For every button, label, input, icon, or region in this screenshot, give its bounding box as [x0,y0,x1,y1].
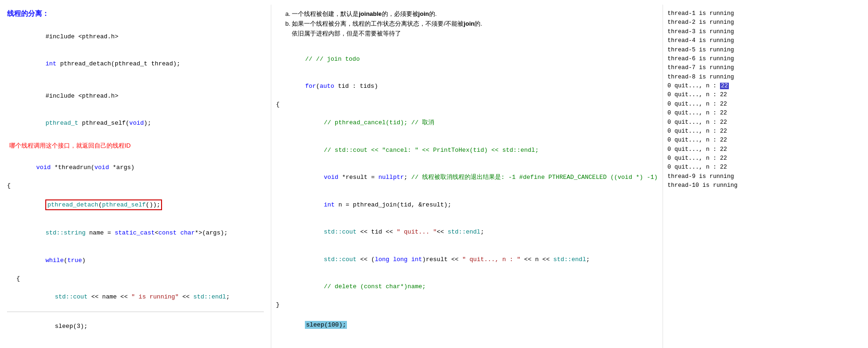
brace-open: { [7,181,264,191]
include1-line: #include <pthread.h> [7,23,264,50]
sleep100-line: sleep(100); [276,312,658,339]
string-line: std::string name = static_cast<const cha… [7,220,264,247]
term-line-7: thread-7 is running [668,64,789,72]
term-line-6: thread-6 is running [668,55,789,64]
term-line-13: 0 quit..., n : 22 [668,118,789,127]
term-line-9: 0 quit..., n : 22 [668,82,789,91]
middle-panel: a. 一个线程被创建，默认是joinable的，必须要被join的. b. 如果… [271,5,663,348]
right-panel: thread-1 is running thread-2 is running … [663,5,793,348]
comment-join: // // join todo [276,45,658,73]
cout-n-line: std::cout << (long long int)result << " … [276,246,658,273]
term-line-10: 0 quit..., n : 22 [668,91,789,99]
right-annotation-area: ⬇ 因为线程分离了，调用join直接出错，不会阻塞在这里! [276,343,658,348]
term-line-1: thread-1 is running [668,9,789,18]
sleep-line: sleep(3); [7,313,264,341]
red-note: 哪个线程调用这个接口，就返回自己的线程ID [9,142,264,150]
term-line-14: 0 quit..., n : 22 [668,127,789,136]
for-line: for(auto tid : tids) [276,73,658,100]
cout-quit-line: std::cout << tid << " quit... "<< std::e… [276,219,658,246]
void-result-line: void *result = nullptr; // 线程被取消线程的退出结果是… [276,164,658,192]
annotation-c: 依旧属于进程内部，但是不需要被等待了 [285,29,658,39]
comment-cout-cancel: // std::cout << "cancel: " << PrintToHex… [276,136,658,164]
middle-code: // // join todo for(auto tid : tids) { /… [276,45,658,339]
detach-line: pthread_detach(pthread_self()); [7,190,264,220]
delete-name-line: // delete (const char*)name; [276,273,658,301]
brace2: { [7,274,264,284]
term-line-16: 0 quit..., n : 22 [668,145,789,154]
term-line-18: 0 quit..., n : 22 [668,163,789,172]
term-line-19: thread-9 is running [668,172,789,181]
term-line-20: thread-10 is running [668,181,789,190]
code-include1: #include <pthread.h> int pthread_detach(… [7,23,264,78]
self-sig-line: pthread_t pthread_self(void); [16,110,264,137]
term-line-12: 0 quit..., n : 22 [668,109,789,118]
brace-m1: { [276,100,658,109]
int-n-line: int n = pthread_join(tid, &result); [276,191,658,219]
term-line-17: 0 quit..., n : 22 [668,154,789,163]
annotations: a. 一个线程被创建，默认是joinable的，必须要被join的. b. 如果… [285,9,658,38]
brace-m2: } [276,300,658,310]
left-panel: 线程的分离： #include <pthread.h> int pthread_… [0,5,271,348]
annotation-b: b. 如果一个线程被分离，线程的工作状态分离状态，不须要/不能被join的. [285,19,658,29]
divider [7,312,264,312]
term-line-8: thread-8 is running [668,73,789,82]
func-sig: void *threadrun(void *args) [7,154,264,181]
while-line: while(true) [7,247,264,274]
term-line-15: 0 quit..., n : 22 [668,136,789,145]
term-highlight-22: 22 [720,83,729,89]
break-line: break; [7,340,264,348]
threadrun-func: void *threadrun(void *args) { pthread_de… [7,154,264,348]
annotation-a: a. 一个线程被创建，默认是joinable的，必须要被join的. [285,9,658,19]
term-line-11: 0 quit..., n : 22 [668,100,789,109]
term-line-3: thread-3 is running [668,28,789,36]
detach-sig-line: int pthread_detach(pthread_t thread); [16,50,264,78]
cout-line: std::cout << name << " is running" << st… [7,283,264,311]
comment-cancel: // pthread_cancel(tid); // 取消 [276,109,658,137]
term-line-4: thread-4 is running [668,36,789,45]
section-title: 线程的分离： [7,9,264,18]
term-line-5: thread-5 is running [668,46,789,55]
include2-line: #include <pthread.h> [16,82,264,110]
code-include2: #include <pthread.h> pthread_t pthread_s… [7,82,264,137]
main-container: 线程的分离： #include <pthread.h> int pthread_… [0,0,868,348]
arrow-container: ⬇ [276,343,290,348]
term-line-2: thread-2 is running [668,18,789,27]
